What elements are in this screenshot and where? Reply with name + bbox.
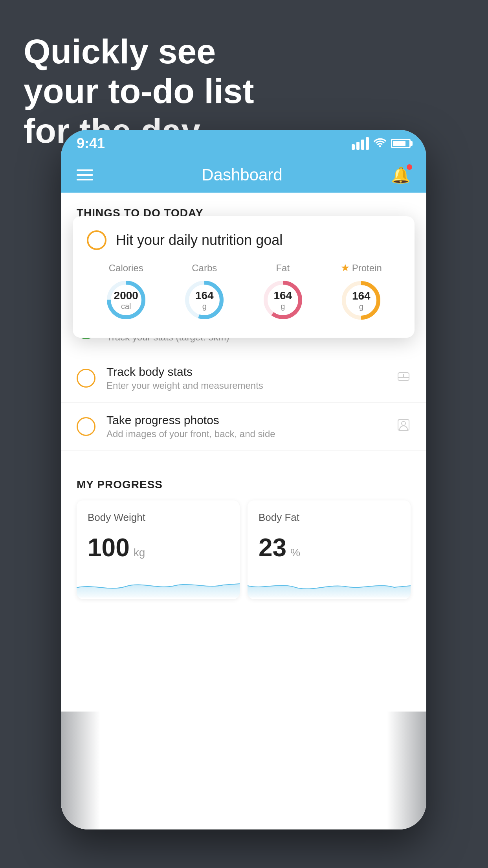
calories-value: 2000 [114, 289, 138, 302]
body-weight-title: Body Weight [88, 511, 229, 524]
phone-shadow-right [387, 712, 426, 829]
calories-label: Calories [109, 263, 143, 274]
protein-value: 164 [352, 290, 371, 302]
progress-section: MY PROGRESS Body Weight 100 kg [61, 463, 426, 599]
carbs-ring: 164 g [183, 278, 226, 322]
notification-dot [407, 164, 412, 170]
scale-icon [396, 370, 411, 387]
headline-line2: your to-do list [24, 71, 254, 111]
app-content: THINGS TO DO TODAY Hit your daily nutrit… [61, 193, 426, 829]
status-bar: 9:41 [61, 130, 426, 157]
body-weight-value-row: 100 kg [88, 533, 229, 562]
carbs-label: Carbs [192, 263, 217, 274]
phone-mockup: 9:41 Dashboard 🔔 THINGS TO [61, 130, 426, 829]
calories-stat: Calories 2000 cal [105, 263, 148, 322]
star-icon: ★ [341, 262, 350, 274]
body-stats-subtitle: Enter your weight and measurements [106, 380, 385, 391]
body-fat-value-row: 23 % [259, 533, 400, 562]
fat-unit: g [273, 302, 292, 311]
body-weight-number: 100 [88, 533, 130, 562]
nutrition-check-circle[interactable] [87, 230, 106, 250]
person-icon [396, 418, 411, 436]
status-time: 9:41 [77, 135, 105, 152]
status-icons [352, 137, 411, 150]
menu-button[interactable] [77, 169, 93, 180]
nav-bar: Dashboard 🔔 [61, 157, 426, 193]
headline-line1: Quickly see [24, 31, 254, 71]
progress-section-title: MY PROGRESS [77, 478, 411, 491]
nav-title: Dashboard [202, 166, 282, 184]
body-fat-title: Body Fat [259, 511, 400, 524]
nutrition-card: Hit your daily nutrition goal Calories 2… [73, 216, 415, 338]
body-fat-chart [248, 570, 411, 598]
protein-unit: g [352, 302, 371, 311]
body-stats-text: Track body stats Enter your weight and m… [106, 365, 385, 391]
nutrition-card-header: Hit your daily nutrition goal [87, 230, 400, 250]
photos-check-circle[interactable] [77, 417, 95, 436]
calories-ring: 2000 cal [105, 278, 148, 322]
body-weight-chart [77, 570, 240, 598]
fat-value: 164 [273, 289, 292, 302]
phone-shadow-left [61, 712, 100, 829]
carbs-stat: Carbs 164 g [183, 263, 226, 322]
svg-point-11 [403, 374, 404, 375]
nutrition-title: Hit your daily nutrition goal [116, 232, 283, 248]
protein-stat: ★ Protein 164 g [339, 262, 383, 322]
protein-ring: 164 g [339, 279, 383, 322]
nutrition-stats: Calories 2000 cal Carbs [87, 262, 400, 322]
body-fat-card: Body Fat 23 % [248, 500, 411, 599]
body-stats-check-circle[interactable] [77, 369, 95, 388]
body-weight-card: Body Weight 100 kg [77, 500, 240, 599]
protein-label: ★ Protein [341, 262, 382, 274]
progress-cards: Body Weight 100 kg [77, 500, 411, 599]
carbs-unit: g [195, 302, 214, 311]
body-fat-unit: % [290, 546, 300, 559]
signal-icon [352, 137, 369, 150]
battery-icon [391, 139, 411, 148]
svg-point-13 [402, 421, 405, 425]
wifi-icon [374, 137, 386, 150]
body-weight-unit: kg [134, 546, 145, 559]
photos-title: Take progress photos [106, 414, 385, 427]
body-fat-number: 23 [259, 533, 286, 562]
todo-body-stats[interactable]: Track body stats Enter your weight and m… [61, 354, 426, 403]
fat-label: Fat [276, 263, 290, 274]
body-stats-title: Track body stats [106, 365, 385, 379]
fat-stat: Fat 164 g [261, 263, 305, 322]
notification-bell-icon[interactable]: 🔔 [391, 166, 411, 184]
calories-unit: cal [114, 302, 138, 311]
carbs-value: 164 [195, 289, 214, 302]
photos-subtitle: Add images of your front, back, and side [106, 428, 385, 440]
todo-progress-photos[interactable]: Take progress photos Add images of your … [61, 403, 426, 451]
fat-ring: 164 g [261, 278, 305, 322]
photos-text: Take progress photos Add images of your … [106, 414, 385, 440]
